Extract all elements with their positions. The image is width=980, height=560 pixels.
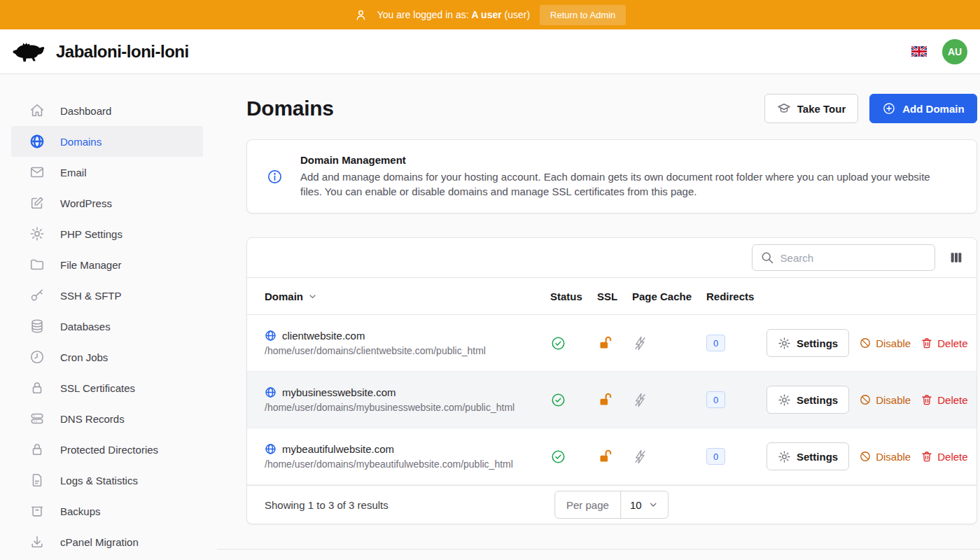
user-avatar[interactable]: AU (942, 39, 967, 64)
settings-button[interactable]: Settings (766, 329, 849, 357)
delete-button[interactable]: Delete (920, 450, 967, 463)
sidebar: Dashboard Domains Email WordPress PHP Se… (0, 74, 217, 560)
column-header-ssl: SSL (597, 290, 632, 302)
return-to-admin-button[interactable]: Return to Admin (540, 5, 626, 25)
page-cache-disabled-icon[interactable] (632, 392, 648, 408)
sidebar-item-label: cPanel Migration (60, 536, 139, 548)
domains-table-card: Domain Status SSL Page Cache Redirects c… (246, 237, 977, 524)
redirects-count[interactable]: 0 (706, 391, 725, 408)
page-cache-disabled-icon[interactable] (632, 449, 648, 465)
globe-icon (29, 134, 45, 149)
domain-name[interactable]: mybusinesswebsite.com (282, 386, 396, 398)
info-icon (267, 169, 283, 185)
domain-name[interactable]: mybeautifulwebsite.com (282, 443, 394, 455)
uk-flag-icon[interactable] (911, 46, 927, 57)
sidebar-item-email[interactable]: Email (11, 157, 203, 188)
impersonation-banner: You are logged in as: A user (user) Retu… (0, 0, 980, 29)
disable-button[interactable]: Disable (859, 337, 911, 349)
redirects-count[interactable]: 0 (706, 335, 725, 351)
disable-button[interactable]: Disable (859, 393, 911, 406)
column-header-status: Status (550, 290, 597, 302)
sidebar-item-protected-directories[interactable]: Protected Directories (11, 434, 203, 465)
domain-name[interactable]: clientwebsite.com (282, 330, 365, 342)
settings-button[interactable]: Settings (766, 386, 849, 414)
sidebar-item-label: Cron Jobs (60, 351, 108, 363)
domain-path: /home/user/domains/clientwebsite.com/pub… (265, 345, 550, 356)
sidebar-item-domains[interactable]: Domains (11, 126, 203, 157)
clock-icon (29, 349, 45, 365)
ban-icon (859, 393, 872, 406)
sidebar-item-label: Logs & Statistics (60, 475, 138, 486)
redirects-count[interactable]: 0 (706, 448, 725, 465)
sidebar-item-php-settings[interactable]: PHP Settings (11, 218, 203, 249)
pencil-icon (29, 195, 45, 211)
sidebar-item-label: Backups (60, 505, 101, 517)
banner-user-role: (user) (505, 9, 531, 20)
columns-toggle-icon[interactable] (948, 249, 965, 266)
trash-icon (920, 393, 933, 406)
page-cache-disabled-icon[interactable] (632, 335, 648, 351)
brand[interactable]: Jabaloni-loni-loni (11, 38, 189, 66)
column-header-redirects: Redirects (706, 290, 766, 302)
plus-circle-icon (882, 102, 896, 115)
table-row: mybeautifulwebsite.com /home/user/domain… (247, 428, 976, 485)
domain-path: /home/user/domains/mybusinesswebsite.com… (265, 402, 550, 413)
ssl-unlocked-icon[interactable] (597, 391, 614, 408)
boar-logo-icon (11, 38, 46, 66)
trash-icon (920, 337, 933, 349)
column-header-page-cache: Page Cache (632, 290, 706, 302)
sidebar-item-databases[interactable]: Databases (11, 311, 203, 342)
sidebar-item-label: SSL Certificates (60, 382, 135, 394)
status-enabled-icon (550, 335, 566, 351)
domain-path: /home/user/domains/mybeautifulwebsite.co… (265, 458, 550, 470)
gear-icon (29, 226, 45, 241)
search-input[interactable] (752, 244, 935, 271)
info-box-description: Add and manage domains for your hosting … (300, 170, 934, 199)
home-icon (29, 103, 45, 118)
sidebar-item-file-manager[interactable]: File Manager (11, 249, 203, 280)
delete-button[interactable]: Delete (920, 337, 967, 349)
server-icon (29, 411, 45, 426)
per-page-control: Per page 10 (554, 491, 669, 519)
sidebar-item-label: DNS Records (60, 413, 125, 425)
ban-icon (859, 450, 872, 463)
column-header-domain[interactable]: Domain (265, 290, 550, 302)
sidebar-item-cron-jobs[interactable]: Cron Jobs (11, 342, 203, 372)
banner-message: You are logged in as: A user (user) (377, 9, 530, 20)
app-header: Jabaloni-loni-loni AU (0, 29, 980, 74)
table-row: mybusinesswebsite.com /home/user/domains… (247, 372, 976, 428)
sidebar-item-logs-statistics[interactable]: Logs & Statistics (11, 465, 203, 496)
ban-icon (859, 337, 872, 349)
sidebar-item-dashboard[interactable]: Dashboard (11, 95, 203, 126)
brand-name: Jabaloni-loni-loni (56, 42, 189, 62)
disable-button[interactable]: Disable (859, 450, 911, 463)
results-summary: Showing 1 to 3 of 3 results (265, 499, 388, 511)
take-tour-button[interactable]: Take Tour (764, 94, 858, 123)
per-page-select[interactable]: 10 (621, 491, 668, 518)
banner-user-name: A user (472, 9, 502, 20)
globe-icon (265, 443, 276, 455)
settings-button[interactable]: Settings (766, 442, 849, 470)
trash-icon (920, 450, 933, 463)
sidebar-item-dns-records[interactable]: DNS Records (11, 403, 203, 434)
footer-divider (217, 549, 980, 550)
lock-icon (29, 380, 45, 396)
delete-button[interactable]: Delete (920, 393, 967, 406)
sidebar-item-label: Email (60, 167, 87, 178)
ssl-unlocked-icon[interactable] (597, 335, 614, 351)
sidebar-item-label: SSH & SFTP (60, 290, 122, 302)
chevron-down-icon (648, 499, 659, 510)
sidebar-item-label: Databases (60, 321, 111, 332)
sidebar-item-label: Domains (60, 136, 102, 148)
folder-icon (29, 257, 45, 272)
sidebar-item-backups[interactable]: Backups (11, 496, 203, 526)
lock-icon (29, 442, 45, 457)
sidebar-item-ssh-sftp[interactable]: SSH & SFTP (11, 280, 203, 311)
sidebar-item-ssl-certificates[interactable]: SSL Certificates (11, 372, 203, 403)
gear-icon (778, 450, 791, 463)
sidebar-item-wordpress[interactable]: WordPress (11, 188, 203, 218)
add-domain-button[interactable]: Add Domain (869, 94, 976, 123)
sidebar-item-cpanel-migration[interactable]: cPanel Migration (11, 526, 203, 557)
gear-icon (778, 337, 791, 350)
ssl-unlocked-icon[interactable] (597, 448, 614, 465)
